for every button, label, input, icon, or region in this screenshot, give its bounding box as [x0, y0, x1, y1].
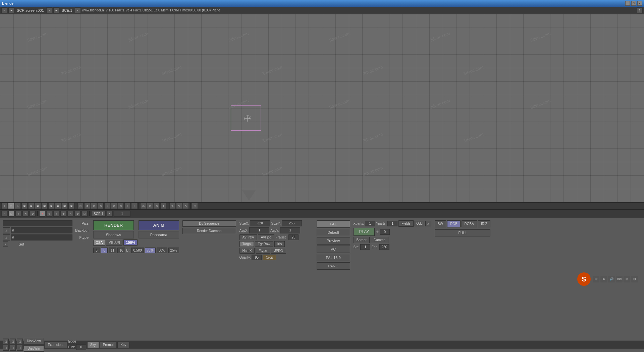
- tb6[interactable]: ▣: [55, 203, 61, 209]
- maximize-btn[interactable]: □: [631, 1, 636, 6]
- screen-close[interactable]: ×: [46, 7, 52, 13]
- targa-btn[interactable]: Targa: [239, 241, 254, 247]
- bf-value[interactable]: 0.500: [131, 248, 144, 253]
- yparts-value[interactable]: 1: [387, 221, 397, 226]
- sta-value[interactable]: 1: [360, 244, 370, 250]
- pc-btn[interactable]: PC: [317, 246, 350, 253]
- full-btn[interactable]: FULL: [435, 229, 490, 236]
- tb17[interactable]: +: [131, 203, 137, 209]
- avi-raw-btn[interactable]: AVI raw: [239, 234, 257, 240]
- menu-icon[interactable]: ≡: [1, 7, 7, 13]
- tl3[interactable]: ⌂: [15, 211, 21, 217]
- tb3[interactable]: ▣: [35, 203, 41, 209]
- disp-icon6[interactable]: □: [17, 345, 23, 351]
- tl1[interactable]: ≡: [1, 211, 7, 217]
- tl11[interactable]: □: [82, 211, 88, 217]
- sky-btn[interactable]: Sky: [87, 342, 99, 348]
- tb14[interactable]: ⊕: [111, 203, 117, 209]
- sce-close[interactable]: ×: [107, 211, 113, 217]
- pct-25[interactable]: 25%: [168, 248, 179, 253]
- pal169-btn[interactable]: PAL 16:9: [317, 254, 350, 261]
- iriz-btn[interactable]: IRIZ: [478, 220, 490, 227]
- tb20[interactable]: ⊕: [154, 203, 160, 209]
- osa-5[interactable]: 5: [93, 248, 100, 253]
- mesh-icon[interactable]: □: [8, 203, 14, 209]
- play-btn[interactable]: PLAY: [354, 228, 375, 236]
- tb13[interactable]: ○: [104, 203, 110, 209]
- rt-value[interactable]: 0: [380, 229, 390, 235]
- tl10[interactable]: ⊕: [74, 211, 80, 217]
- x-btn[interactable]: x: [425, 221, 431, 226]
- view-icon[interactable]: ≡: [1, 203, 7, 209]
- key-btn[interactable]: Key: [117, 342, 129, 348]
- tb15[interactable]: ⊕: [118, 203, 124, 209]
- hamx-btn[interactable]: HamX: [239, 248, 255, 254]
- path-cancel[interactable]: ×: [3, 241, 8, 247]
- gamma-btn[interactable]: Gamma: [371, 237, 389, 243]
- preview-btn[interactable]: Preview: [317, 237, 350, 245]
- osa-16[interactable]: 16: [117, 248, 125, 253]
- pano-btn[interactable]: PANO: [317, 262, 350, 270]
- pct-75[interactable]: 75%: [145, 248, 156, 253]
- shadows-button[interactable]: Shadows: [93, 231, 134, 238]
- percent-display[interactable]: 100%: [123, 239, 138, 246]
- tb19[interactable]: ⊕: [147, 203, 153, 209]
- tb22[interactable]: ✎: [169, 203, 175, 209]
- tl8[interactable]: ⊕: [60, 211, 66, 217]
- tgaraw-btn[interactable]: TgaRaw: [255, 241, 273, 247]
- render-button[interactable]: RENDER: [93, 220, 134, 230]
- tl7[interactable]: ○: [53, 211, 59, 217]
- panorama-button[interactable]: Panorama: [139, 231, 179, 238]
- tb12[interactable]: ⊕: [98, 203, 104, 209]
- osa-btn[interactable]: OSA: [93, 240, 105, 246]
- ftype-btn[interactable]: Ftype: [256, 248, 270, 254]
- border-btn[interactable]: Border: [354, 237, 370, 243]
- minimize-btn[interactable]: _: [625, 1, 630, 6]
- render-path-input[interactable]: /render/: [3, 220, 72, 226]
- pct-50[interactable]: 50%: [157, 248, 167, 253]
- tl5[interactable]: ⊕: [30, 211, 36, 217]
- ftype-input[interactable]: [11, 234, 72, 240]
- frame-input[interactable]: 1: [114, 211, 130, 217]
- aspx-value[interactable]: 1: [249, 227, 269, 233]
- tl2[interactable]: □: [8, 211, 14, 217]
- record-btn[interactable]: ●: [39, 211, 45, 217]
- xparts-value[interactable]: 1: [365, 221, 375, 226]
- fields-btn[interactable]: Fields: [398, 220, 414, 227]
- arrow2-icon[interactable]: ◄: [53, 7, 59, 13]
- eint-value[interactable]: 0: [76, 344, 86, 350]
- disp-icon4[interactable]: □: [3, 345, 9, 351]
- scene-close[interactable]: ×: [75, 7, 81, 13]
- tb10[interactable]: ⊕: [84, 203, 90, 209]
- osa-8[interactable]: 8: [101, 248, 108, 253]
- disp-icon2[interactable]: □: [10, 339, 16, 344]
- jpeg-btn[interactable]: JPEG: [271, 248, 286, 254]
- extensions-btn[interactable]: Extensions: [45, 342, 67, 348]
- tb23[interactable]: ✎: [176, 203, 182, 209]
- tb1[interactable]: ▣: [21, 203, 28, 209]
- tb18[interactable]: ◎: [140, 203, 146, 209]
- viewport[interactable]: 3dvoc.com 3dvoc.com 3dvoc.com 3dvoc.com …: [0, 14, 644, 202]
- iris-btn[interactable]: Iris: [274, 241, 285, 247]
- tl6[interactable]: ↺: [46, 211, 52, 217]
- disp-win-btn[interactable]: DispWin: [24, 345, 44, 352]
- render-daemon-btn[interactable]: Render Daemon: [182, 228, 236, 234]
- tl4[interactable]: ◄: [22, 211, 29, 217]
- disp-view-btn[interactable]: DispView: [24, 338, 44, 344]
- disp-icon3[interactable]: □: [17, 339, 23, 344]
- crop-btn[interactable]: Crop: [263, 255, 276, 260]
- close-btn[interactable]: ×: [637, 1, 642, 6]
- tb21[interactable]: ⊕: [160, 203, 166, 209]
- tb5[interactable]: ▣: [48, 203, 54, 209]
- avi-jpg-btn[interactable]: AVI jpg: [258, 234, 275, 240]
- frs-value[interactable]: 25: [288, 234, 299, 240]
- tb4[interactable]: ▣: [42, 203, 48, 209]
- premul-btn[interactable]: Premul: [100, 342, 117, 348]
- pal-btn[interactable]: PAL: [317, 220, 350, 228]
- help-icon[interactable]: ?: [637, 7, 643, 13]
- backbuf-toggle[interactable]: //: [3, 227, 10, 233]
- default-btn[interactable]: Default: [317, 229, 350, 236]
- home-icon[interactable]: ⌂: [15, 203, 21, 209]
- disp-icon5[interactable]: □: [10, 345, 16, 351]
- aspy-value[interactable]: 1: [280, 227, 300, 233]
